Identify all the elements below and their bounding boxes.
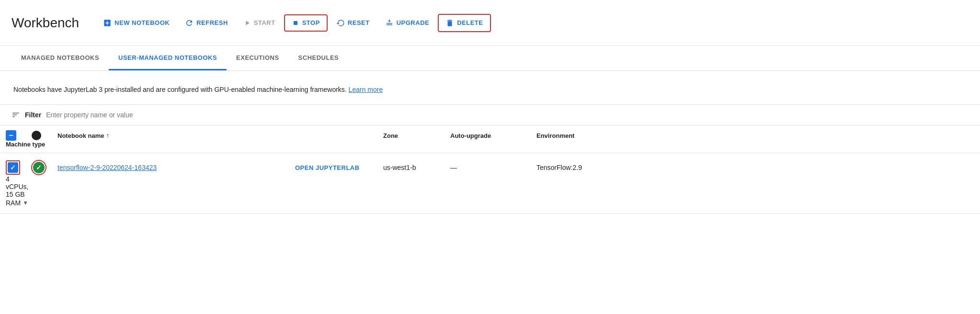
app-title: Workbench: [11, 15, 79, 31]
info-text: Notebooks have JupyterLab 3 pre-installe…: [13, 86, 347, 93]
new-notebook-label: NEW NOTEBOOK: [114, 19, 170, 26]
row-machine-type-line1: 4 vCPUs, 15 GB: [6, 175, 28, 198]
row-environment-value: TensorFlow:2.9: [536, 164, 582, 171]
filter-input[interactable]: [46, 111, 969, 119]
filter-label: Filter: [25, 111, 41, 119]
header-environment: Environment: [531, 132, 627, 139]
row-auto-upgrade-cell: —: [444, 164, 531, 171]
select-all-checkbox[interactable]: −: [6, 130, 16, 141]
stop-icon: [292, 19, 299, 27]
header-status: [26, 131, 52, 140]
tab-managed-notebooks[interactable]: MANAGED NOTEBOOKS: [11, 46, 109, 70]
machine-type-dropdown-icon[interactable]: ▼: [23, 200, 28, 206]
tab-schedules[interactable]: SCHEDULES: [289, 46, 349, 70]
row-action-cell: OPEN JUPYTERLAB: [282, 164, 377, 171]
tab-user-managed-notebooks[interactable]: USER-MANAGED NOTEBOOKS: [109, 46, 227, 70]
notebook-name-link[interactable]: tensorflow-2-9-20220624-163423: [57, 163, 157, 173]
table-header: − Notebook name ↑ Zone Auto-upgrade Envi…: [0, 125, 980, 153]
plus-icon: [103, 19, 112, 27]
row-checkbox[interactable]: ✓: [8, 162, 18, 173]
row-machine-type-cell: 4 vCPUs, 15 GB RAM ▼: [0, 175, 26, 207]
header-machine-type: Machine type: [0, 141, 26, 148]
delete-button[interactable]: DELETE: [438, 14, 490, 32]
filter-bar: Filter: [0, 105, 980, 125]
svg-rect-0: [294, 21, 297, 25]
refresh-button[interactable]: REFRESH: [178, 15, 235, 31]
row-notebook-name-cell: tensorflow-2-9-20220624-163423: [52, 163, 282, 173]
notebooks-table: − Notebook name ↑ Zone Auto-upgrade Envi…: [0, 125, 980, 214]
header-notebook-name[interactable]: Notebook name ↑: [52, 132, 282, 139]
row-status-outline: ✓: [31, 160, 46, 175]
header-auto-upgrade: Auto-upgrade: [444, 132, 531, 139]
tab-executions[interactable]: EXECUTIONS: [227, 46, 289, 70]
row-environment-cell: TensorFlow:2.9: [531, 164, 627, 171]
row-auto-upgrade-value: —: [450, 164, 457, 171]
row-checkbox-cell: ✓: [0, 160, 26, 175]
row-zone-value: us-west1-b: [383, 164, 416, 171]
toolbar: Workbench NEW NOTEBOOK REFRESH START STO…: [0, 0, 980, 46]
header-zone: Zone: [377, 132, 444, 139]
upgrade-label: UPGRADE: [397, 19, 430, 26]
open-jupyterlab-button[interactable]: OPEN JUPYTERLAB: [295, 164, 360, 171]
row-checkbox-outline: ✓: [6, 160, 20, 175]
row-status-cell: ✓: [26, 160, 52, 175]
reset-icon: [336, 19, 345, 27]
refresh-label: REFRESH: [196, 19, 228, 26]
delete-label: DELETE: [457, 19, 483, 26]
start-button[interactable]: START: [237, 15, 282, 31]
status-header-dot: [32, 131, 41, 140]
info-section: Notebooks have JupyterLab 3 pre-installe…: [0, 71, 980, 105]
table-row: ✓ ✓ tensorflow-2-9-20220624-163423 OPEN …: [0, 153, 980, 214]
tabs-bar: MANAGED NOTEBOOKS USER-MANAGED NOTEBOOKS…: [0, 46, 980, 71]
stop-button[interactable]: STOP: [284, 14, 328, 32]
upgrade-icon: [385, 19, 394, 27]
delete-icon: [445, 19, 454, 27]
upgrade-button[interactable]: UPGRADE: [378, 15, 436, 31]
learn-more-link[interactable]: Learn more: [349, 86, 383, 93]
row-status-dot: ✓: [33, 162, 45, 173]
header-checkbox: −: [0, 130, 26, 141]
refresh-icon: [185, 19, 194, 27]
stop-label: STOP: [302, 19, 320, 26]
new-notebook-button[interactable]: NEW NOTEBOOK: [96, 15, 176, 31]
start-label: START: [254, 19, 275, 26]
play-icon: [243, 19, 251, 27]
reset-button[interactable]: RESET: [330, 15, 376, 31]
sort-arrow-icon[interactable]: ↑: [106, 132, 110, 139]
reset-label: RESET: [348, 19, 370, 26]
filter-icon: [11, 111, 20, 119]
row-machine-type-line2: RAM: [6, 199, 21, 207]
row-zone-cell: us-west1-b: [377, 164, 444, 171]
